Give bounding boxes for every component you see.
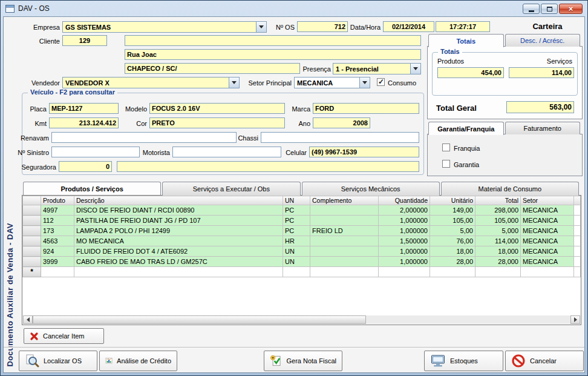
col-complemento[interactable]: Complemento xyxy=(310,196,379,205)
scroll-right-button[interactable] xyxy=(570,315,580,324)
cancelar-item-button[interactable]: Cancelar Item xyxy=(24,328,104,344)
setor-principal-combo[interactable]: MECANICA xyxy=(294,77,370,88)
cell-descricao[interactable]: MO MECANICA xyxy=(74,236,283,246)
row-selector[interactable] xyxy=(23,216,41,226)
endereco-field[interactable]: Rua Joac xyxy=(125,49,421,60)
gera-nota-fiscal-button[interactable]: Gera Nota Fiscal xyxy=(264,351,342,371)
total-geral-field[interactable]: 563,00 xyxy=(506,101,574,113)
cell-total[interactable]: 18,000 xyxy=(475,246,521,257)
estoques-button[interactable]: Estoques xyxy=(424,351,503,371)
col-descricao[interactable]: Descrição xyxy=(74,196,283,205)
cell-produto[interactable]: 4997 xyxy=(41,205,74,216)
cell-setor[interactable]: MECANICA xyxy=(521,257,574,267)
cell-unitario[interactable]: 76,00 xyxy=(430,236,475,246)
cell-quantidade[interactable]: 1,500000 xyxy=(379,236,430,246)
cell-complemento[interactable] xyxy=(310,246,379,257)
celular-field[interactable]: (49) 9967-1539 xyxy=(309,147,419,157)
cell-complemento[interactable] xyxy=(310,236,379,246)
cell-quantidade[interactable]: 1,000000 xyxy=(379,257,430,267)
cell-complemento[interactable] xyxy=(310,216,379,226)
cell-unitario[interactable]: 18,00 xyxy=(430,246,475,257)
cell-unitario[interactable]: 5,00 xyxy=(430,226,475,236)
tab-servicos-executar-obs[interactable]: Serviços a Executar / Obs xyxy=(162,182,300,196)
cell-setor[interactable]: MECANICA xyxy=(521,205,574,216)
cell-setor[interactable]: MECANICA xyxy=(521,216,574,226)
data-field[interactable]: 02/12/2014 xyxy=(383,21,434,32)
cliente-codigo-field[interactable]: 129 xyxy=(62,35,107,46)
cancelar-button[interactable]: Cancelar xyxy=(505,351,584,371)
row-selector[interactable] xyxy=(23,257,41,267)
maximize-button[interactable] xyxy=(541,4,558,14)
cliente-nome-field[interactable] xyxy=(125,35,421,46)
empresa-combo-button[interactable] xyxy=(256,22,266,32)
cell-quantidade[interactable]: 2,000000 xyxy=(379,205,430,216)
marca-field[interactable]: FORD xyxy=(313,103,419,114)
row-selector[interactable] xyxy=(23,246,41,257)
localizar-os-button[interactable]: Localizar OS xyxy=(19,351,97,371)
row-selector[interactable] xyxy=(23,205,41,216)
cell-descricao[interactable]: LAMPADA 2 POLO / PHI 12499 xyxy=(74,226,283,236)
cell-complemento[interactable]: FREIO LD xyxy=(310,226,379,236)
ano-field[interactable]: 2008 xyxy=(313,117,370,128)
seguradora-codigo-field[interactable]: 0 xyxy=(59,161,112,172)
vendedor-combo-button[interactable] xyxy=(229,78,239,88)
tab-desc-acresc[interactable]: Desc. / Acrésc. xyxy=(505,34,581,47)
empresa-combo[interactable]: GS SISTEMAS xyxy=(62,21,267,33)
cell-total[interactable]: 28,000 xyxy=(475,257,521,267)
tab-produtos-servicos[interactable]: Produtos / Serviços xyxy=(23,182,161,195)
new-row-selector[interactable]: * xyxy=(23,267,41,277)
cell-quantidade[interactable]: 1,000000 xyxy=(379,246,430,257)
cell-produto[interactable]: 924 xyxy=(41,246,74,257)
cell-quantidade[interactable]: 1,000000 xyxy=(379,216,430,226)
scrollbar-thumb[interactable] xyxy=(33,315,366,324)
cell-total[interactable]: 114,000 xyxy=(475,236,521,246)
cell-complemento[interactable] xyxy=(310,257,379,267)
franquia-checkbox[interactable] xyxy=(442,143,450,151)
cell-descricao[interactable]: CABO FREIO DE MAO TRAS LD / GM257C xyxy=(74,257,283,267)
cell-descricao[interactable]: FLUIDO DE FREIO DOT 4 / ATE6092 xyxy=(74,246,283,257)
row-selector[interactable] xyxy=(23,226,41,236)
cor-field[interactable]: PRETO xyxy=(149,117,285,128)
col-quantidade[interactable]: Quantidade xyxy=(379,196,430,205)
cell-produto[interactable]: 4563 xyxy=(41,236,74,246)
col-un[interactable]: UN xyxy=(283,196,310,205)
minimize-button[interactable] xyxy=(523,4,540,14)
presenca-combo[interactable]: 1 - Presencial xyxy=(333,63,421,74)
chassi-field[interactable] xyxy=(261,132,419,143)
close-button[interactable]: × xyxy=(559,4,583,14)
tab-totais[interactable]: Totais xyxy=(428,34,504,47)
setor-principal-combo-button[interactable] xyxy=(359,78,370,88)
vendedor-combo[interactable]: VENDEDOR X xyxy=(62,77,240,88)
col-produto[interactable]: Produto xyxy=(41,196,74,205)
tab-garantia-franquia[interactable]: Garantia/Franquia xyxy=(428,122,504,135)
cell-descricao[interactable]: DISCO DE FREIO DIANT / RCDI 00890 xyxy=(74,205,283,216)
scroll-left-button[interactable] xyxy=(23,315,33,324)
cell-setor[interactable]: MECANICA xyxy=(521,226,574,236)
sinistro-field[interactable] xyxy=(51,147,140,157)
cell-total[interactable]: 5,000 xyxy=(475,226,521,236)
cell-complemento[interactable] xyxy=(310,205,379,216)
consumo-checkbox[interactable] xyxy=(377,78,385,86)
motorista-field[interactable] xyxy=(172,147,281,157)
row-selector[interactable] xyxy=(23,236,41,246)
cell-un[interactable]: PC xyxy=(283,205,310,216)
cell-un[interactable]: HR xyxy=(283,236,310,246)
cell-setor[interactable]: MECANICA xyxy=(521,246,574,257)
cell-produto[interactable]: 112 xyxy=(41,216,74,226)
cidade-field[interactable]: CHAPECO / SC/ xyxy=(125,63,300,74)
analise-credito-button[interactable]: Análise de Crédito xyxy=(99,351,177,371)
col-total[interactable]: Total xyxy=(475,196,521,205)
seguradora-nome-field[interactable] xyxy=(117,161,419,172)
cell-produto[interactable]: 3999 xyxy=(41,257,74,267)
tab-material-consumo[interactable]: Material de Consumo xyxy=(441,182,579,196)
cell-produto[interactable]: 173 xyxy=(41,226,74,236)
nos-field[interactable]: 712 xyxy=(297,21,348,32)
renavam-field[interactable] xyxy=(51,132,237,143)
horizontal-scrollbar[interactable] xyxy=(23,315,580,324)
col-unitario[interactable]: Unitário xyxy=(430,196,475,205)
kmt-field[interactable]: 213.124.412 xyxy=(49,117,119,128)
cell-unitario[interactable]: 28,00 xyxy=(430,257,475,267)
modelo-field[interactable]: FOCUS 2.0 16V xyxy=(149,103,285,114)
tab-faturamento[interactable]: Faturamento xyxy=(505,122,581,134)
cell-unitario[interactable]: 149,00 xyxy=(430,205,475,216)
